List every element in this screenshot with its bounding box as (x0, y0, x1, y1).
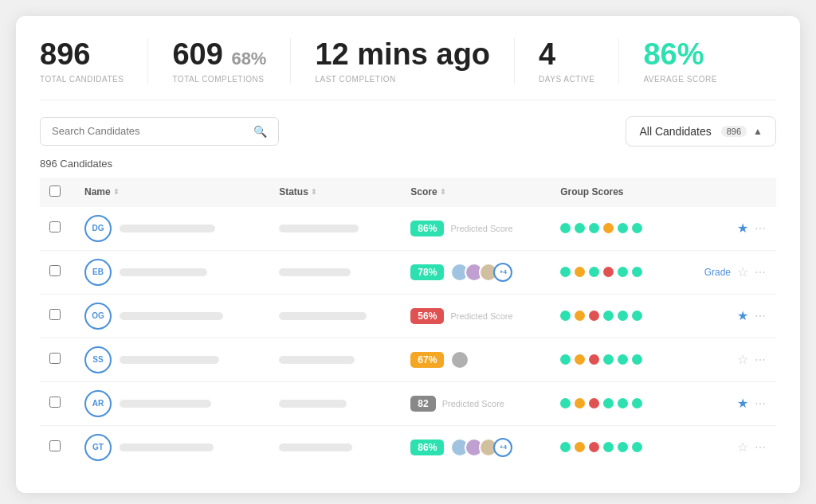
name-cell-inner: EB (84, 259, 260, 286)
select-all-checkbox[interactable] (49, 186, 61, 197)
row-checkbox-cell (40, 250, 75, 294)
row-group-scores-cell (551, 294, 676, 338)
star-filled-icon[interactable]: ★ (737, 221, 748, 236)
group-scores-dots (560, 442, 666, 452)
name-cell-inner: DG (84, 215, 260, 242)
row-checkbox[interactable] (49, 309, 61, 320)
stat-value-last-completion: 12 mins ago (315, 38, 490, 72)
row-checkbox[interactable] (49, 265, 61, 276)
name-placeholder-bar (120, 312, 223, 320)
predicted-score-label: Predicted Score (450, 224, 512, 233)
group-scores-dots (560, 267, 666, 277)
group-avatar-plus: +4 (493, 263, 512, 282)
score-cell-inner: 86% Predicted Score (410, 221, 541, 236)
stat-label-last-completion: LAST COMPLETION (315, 75, 490, 84)
candidate-avatar: GT (84, 434, 112, 461)
score-badge: 86% (410, 221, 444, 236)
score-dot (618, 354, 628, 365)
score-sort-icon[interactable]: ⇕ (440, 188, 446, 196)
score-dot (575, 354, 585, 365)
row-status-cell (269, 381, 401, 425)
filter-dropdown[interactable]: All Candidates 896 ▲ (626, 116, 776, 147)
row-checkbox-cell (40, 294, 75, 338)
row-actions-cell: Grade ☆ ⋯ (676, 250, 776, 294)
more-options-icon[interactable]: ⋯ (755, 266, 767, 279)
score-dot (560, 442, 571, 452)
status-placeholder-bar (279, 312, 367, 320)
candidate-avatar: SS (84, 346, 112, 373)
score-dot (603, 267, 614, 277)
row-score-cell: 86% +4 (401, 425, 551, 469)
score-cell-inner: 82 Predicted Score (410, 396, 541, 412)
stat-pct-completions: 68% (231, 49, 266, 68)
row-checkbox[interactable] (49, 440, 61, 451)
score-dot (618, 267, 628, 277)
more-options-icon[interactable]: ⋯ (755, 441, 767, 454)
row-status-cell (269, 207, 401, 251)
star-empty-icon[interactable]: ☆ (737, 440, 748, 455)
score-dot (560, 354, 571, 365)
star-empty-icon[interactable]: ☆ (737, 352, 748, 367)
search-box[interactable]: 🔍 (40, 117, 279, 146)
row-group-scores-cell (551, 207, 676, 251)
stat-label-total-candidates: TOTAL CANDIDATES (40, 75, 124, 84)
candidate-avatar: DG (84, 215, 112, 242)
score-dot (560, 398, 571, 408)
table-row: GT 86% +4 ☆ ⋯ (40, 425, 776, 469)
filter-label: All Candidates (639, 125, 711, 138)
name-placeholder-bar (120, 356, 219, 364)
stat-label-days-active: DAYS ACTIVE (539, 75, 594, 84)
row-status-cell (269, 294, 401, 338)
score-dot (589, 442, 599, 452)
row-status-cell (269, 338, 401, 381)
row-actions-cell: ☆ ⋯ (676, 338, 776, 381)
score-cell-inner: 67% (410, 350, 541, 369)
status-placeholder-bar (279, 268, 351, 276)
filter-count-badge: 896 (721, 126, 747, 137)
row-checkbox[interactable] (49, 353, 61, 364)
name-cell-inner: AR (84, 390, 260, 417)
score-dot (632, 267, 642, 277)
score-dot (632, 398, 642, 408)
more-options-icon[interactable]: ⋯ (755, 354, 767, 366)
score-dot (632, 442, 642, 452)
stat-value-total-completions: 609 68% (172, 38, 266, 72)
status-placeholder-bar (279, 356, 355, 364)
score-dot (589, 398, 599, 408)
grade-link[interactable]: Grade (704, 267, 731, 278)
score-dot (603, 398, 614, 408)
table-row: SS 67% ☆ ⋯ (40, 338, 776, 381)
name-placeholder-bar (120, 225, 215, 232)
name-placeholder-bar (120, 443, 214, 451)
row-checkbox[interactable] (49, 221, 61, 232)
star-filled-icon[interactable]: ★ (737, 396, 748, 411)
actions-cell-inner: ★ ⋯ (685, 396, 767, 411)
score-cell-inner: 56% Predicted Score (410, 308, 541, 324)
star-filled-icon[interactable]: ★ (737, 308, 748, 323)
search-input[interactable] (52, 125, 247, 137)
score-dot (618, 311, 628, 321)
stat-total-completions: 609 68% TOTAL COMPLETIONS (172, 38, 291, 84)
score-dot (618, 442, 628, 452)
row-name-cell: OG (75, 294, 269, 338)
more-options-icon[interactable]: ⋯ (755, 222, 767, 235)
row-actions-cell: ★ ⋯ (676, 294, 776, 338)
stat-label-average-score: AVERAGE SCORE (643, 75, 716, 84)
actions-cell-inner: ☆ ⋯ (685, 352, 767, 367)
score-dot (575, 267, 585, 277)
row-checkbox[interactable] (49, 397, 61, 408)
th-name: Name ⇕ (75, 178, 269, 207)
stat-average-score: 86% AVERAGE SCORE (643, 38, 740, 84)
score-dot (632, 354, 642, 365)
status-sort-icon[interactable]: ⇕ (311, 188, 317, 196)
row-checkbox-cell (40, 207, 75, 251)
avatar-group (450, 350, 469, 369)
actions-cell-inner: ☆ ⋯ (685, 440, 767, 455)
stat-value-days-active: 4 (539, 38, 594, 72)
more-options-icon[interactable]: ⋯ (755, 397, 767, 410)
name-cell-inner: SS (84, 346, 260, 373)
row-score-cell: 82 Predicted Score (401, 381, 551, 425)
name-sort-icon[interactable]: ⇕ (113, 188, 120, 196)
star-empty-icon[interactable]: ☆ (737, 264, 748, 279)
more-options-icon[interactable]: ⋯ (755, 310, 767, 322)
